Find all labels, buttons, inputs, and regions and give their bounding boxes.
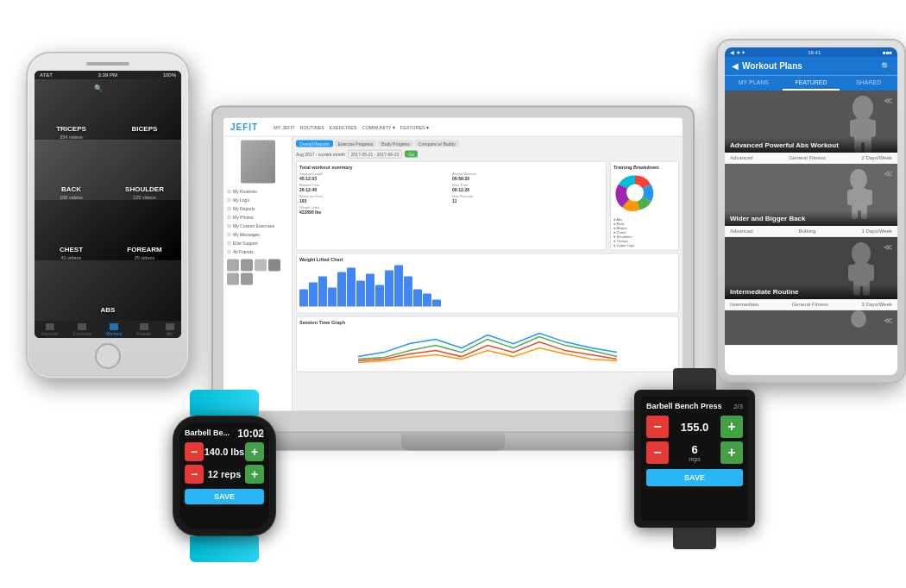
watch-band-bottom [190,536,259,562]
watch-body: Barbell Be... 10:02 1/4 − 140.0 lbs + − … [173,416,276,536]
watch-weight-minus[interactable]: − [185,442,204,461]
session-time-chart: Session Time Graph [296,316,679,372]
workout-meta-3: Intermediate General Fitness 3 Days/Week [725,299,897,310]
muscle-cell-shoulder[interactable]: SHOULDER 125 videos [108,140,181,200]
svg-rect-13 [865,190,872,205]
nav-myjefit[interactable]: MY JEFIT [274,124,294,129]
android-reps-plus[interactable]: + [720,441,743,464]
watch-reps-control: − 12 reps + [185,465,264,484]
nav-community[interactable]: COMMUNITY ▾ [362,124,395,129]
workout-item-2[interactable]: Wider and Bigger Back ≪ Advanced Bulking… [725,164,897,237]
android-weight-minus[interactable]: − [646,416,669,438]
tab-compare-buddy[interactable]: Compare w/ Buddy [415,141,459,147]
android-save-button[interactable]: SAVE [646,469,743,486]
sidebar-item[interactable]: Elite Support [227,239,288,247]
share-icon-1[interactable]: ≪ [884,96,892,105]
phone-status-bar: AT&T 3:39 PM 100% [35,71,181,79]
phone-nav-workout[interactable]: Workout [106,323,123,336]
workout-category-3: General Fitness [792,302,828,307]
workout-thumb-4: ≪ [725,310,897,345]
go-button[interactable]: Go [405,151,418,158]
pie-chart [613,172,657,215]
phone-carrier: AT&T [40,72,53,78]
tab-featured[interactable]: FEATURED [783,76,840,91]
share-icon-4[interactable]: ≪ [884,316,892,325]
svg-rect-5 [850,120,859,137]
phone-home-button[interactable] [95,343,121,369]
biceps-label: BICEPS [108,125,181,133]
phone-bottom-nav: Discover Exercises Workout Friends [35,321,181,338]
nav-exercises[interactable]: EXERCISES [330,124,356,129]
muscle-cell-back[interactable]: BACK 106 videos [35,140,108,200]
watch-reps-minus[interactable]: − [185,465,204,484]
jefit-logo: JEFIT [230,122,258,132]
tablet-time: 16:41 [808,50,821,55]
sidebar-item[interactable]: My Photos [227,213,288,222]
date-range-label: Aug 2017 - current month [296,152,345,157]
search-icon[interactable]: 🔍 [94,84,103,92]
shoulder-label: SHOULDER [108,185,181,193]
android-band-top [673,368,716,390]
tab-overall-reports[interactable]: Overall Reports [296,141,333,147]
phone-battery: 100% [163,72,176,78]
muscle-grid: TRICEPS 354 videos 🔍 BICEPS BACK 106 vid… [35,79,181,321]
workout-overlay-2: Wider and Bigger Back [725,211,897,226]
muscle-cell-biceps[interactable]: BICEPS [108,79,181,140]
watch-weight-plus[interactable]: + [245,442,264,461]
nav-features[interactable]: FEATURES ▾ [400,124,429,129]
triceps-label: TRICEPS [35,125,108,133]
android-watch-screen: Barbell Bench Press 2/3 − 155.0 + − 6 re… [641,397,748,521]
total-workout-summary: Total workout summary Session Length45:1… [296,161,607,251]
tab-my-plans[interactable]: MY PLANS [725,76,783,91]
date-input[interactable]: 2017-05-21 - 2017-08-23 [348,150,403,159]
workout-overlay-3: Intermediate Routine [725,285,897,299]
share-icon-2[interactable]: ≪ [884,169,892,178]
jefit-nav-links: MY JEFIT ROUTINES EXERCISES COMMUNITY ▾ … [274,124,429,129]
tab-shared[interactable]: SHARED [840,76,897,91]
nav-routines[interactable]: ROUTINES [300,124,324,129]
svg-rect-23 [725,310,897,345]
tab-exercise-progress[interactable]: Exercise Progress [335,141,377,147]
phone-nav-friends[interactable]: Friends [136,323,151,336]
android-set-progress: 2/3 [646,403,743,410]
watch-reps-plus[interactable]: + [245,465,264,484]
sidebar-item[interactable]: All Friends [227,247,288,256]
workout-list: Advanced Powerful Abs Workout ≪ Advanced… [725,91,897,346]
phone-nav-exercises[interactable]: Exercises [73,323,92,336]
android-watch: Barbell Bench Press 2/3 − 155.0 + − 6 re… [626,368,764,549]
summary-grid: Session Length45:12:03 Annual Workout06:… [299,172,603,215]
sidebar-item[interactable]: My Logs [227,196,288,204]
android-weight-plus[interactable]: + [720,416,743,438]
sidebar-item[interactable]: My Routines [227,187,288,196]
watch-weight-control: − 140.0 lbs + [185,442,264,461]
muscle-cell-triceps[interactable]: TRICEPS 354 videos 🔍 [35,79,108,140]
muscle-cell-chest[interactable]: CHEST 41 videos [35,200,108,260]
stat-session-length: Session Length45:12:03 [299,172,450,181]
back-button[interactable]: ◀ [732,61,739,71]
tablet: ◀ ★ ✦ 16:41 ■■■ ◀ Workout Plans 🔍 MY PLA… [716,39,906,384]
sidebar-item[interactable]: My Messages [227,230,288,239]
tablet-search-icon[interactable]: 🔍 [881,62,890,71]
tablet-screen: ◀ ★ ✦ 16:41 ■■■ ◀ Workout Plans 🔍 MY PLA… [725,47,897,375]
muscle-cell-forearm[interactable]: FOREARM 25 videos [108,200,181,260]
chart2-title: Session Time Graph [299,320,676,325]
stat-annual-workout: Annual Workout06:59:20 [452,172,603,181]
apple-watch: Barbell Be... 10:02 1/4 − 140.0 lbs + − … [160,390,289,562]
share-icon-3[interactable]: ≪ [884,242,892,252]
workout-item-1[interactable]: Advanced Powerful Abs Workout ≪ Advanced… [725,91,897,164]
stat-wasted-time: Wasted Time26:12:48 [299,183,450,192]
phone-nav-discover[interactable]: Discover [41,323,58,336]
workout-frequency-2: 1 Days/Week [861,228,892,234]
watch-save-button[interactable]: SAVE [185,489,264,504]
sidebar-item[interactable]: My Reports [227,204,288,213]
android-reps-minus[interactable]: − [646,441,669,464]
tablet-topbar: ◀ Workout Plans 🔍 [725,57,897,75]
tab-body-progress[interactable]: Body Progress [378,141,413,147]
workout-item-4[interactable]: ≪ [725,310,897,346]
line-chart-svg [299,327,676,366]
muscle-cell-abs[interactable]: ABS [35,260,181,321]
phone-nav-me[interactable]: Me [166,323,174,336]
sidebar-item[interactable]: My Custom Exercises [227,222,288,230]
workout-item-3[interactable]: Intermediate Routine ≪ Intermediate Gene… [725,237,897,310]
monitor-base [401,434,505,451]
